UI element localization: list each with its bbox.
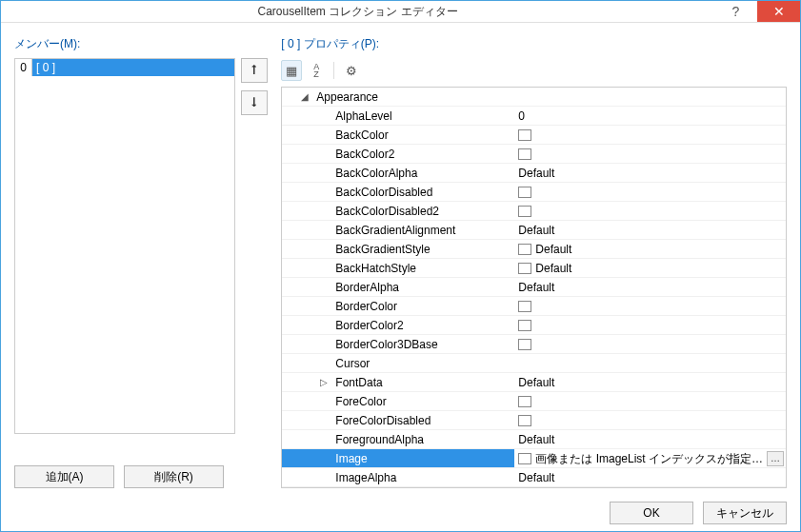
wrench-icon: ⚙	[346, 64, 357, 78]
property-row[interactable]: ForeColorDisabled	[282, 411, 786, 430]
property-row[interactable]: BorderAlphaDefault	[282, 278, 786, 297]
property-row[interactable]: BackColor	[282, 126, 786, 145]
property-value[interactable]	[514, 126, 786, 144]
property-row[interactable]: BackColorDisabled2	[282, 202, 786, 221]
category-row[interactable]: ◢Appearance	[282, 88, 786, 107]
ok-button[interactable]: OK	[610, 502, 693, 524]
property-row[interactable]: BackGradientStyleDefault	[282, 240, 786, 259]
property-value[interactable]	[514, 392, 786, 410]
collapse-icon[interactable]: ◢	[282, 88, 312, 106]
property-value[interactable]: 0	[514, 107, 786, 125]
property-name: BackColor	[331, 126, 514, 144]
property-row[interactable]: ▷FontDataDefault	[282, 373, 786, 392]
property-value[interactable]: Default	[514, 164, 786, 182]
ellipsis-button[interactable]: …	[767, 451, 784, 466]
property-value[interactable]	[514, 354, 786, 372]
property-value[interactable]: 画像または ImageList インデックスが指定……	[514, 449, 786, 467]
property-value[interactable]	[514, 316, 786, 334]
property-row[interactable]: ImageAlphaDefault	[282, 468, 786, 487]
categorized-view-button[interactable]: ▦	[281, 60, 302, 81]
property-name: Image	[331, 449, 514, 467]
color-swatch	[518, 263, 531, 274]
property-value-text: Default	[518, 468, 554, 486]
property-row[interactable]: AlphaLevel0	[282, 107, 786, 126]
window-title: CarouselItem コレクション エディター	[1, 4, 714, 20]
property-name: ForegroundAlpha	[331, 430, 514, 448]
alphabetical-view-button[interactable]: AZ	[306, 60, 327, 81]
property-value[interactable]: Default	[514, 430, 786, 448]
move-down-button[interactable]: 🠗	[241, 90, 268, 115]
expand-cell	[282, 221, 331, 239]
property-grid[interactable]: ◢AppearanceAlphaLevel0BackColorBackColor…	[282, 88, 786, 487]
property-toolbar: ▦ AZ ⚙	[281, 58, 787, 83]
move-buttons: 🠕 🠗	[241, 58, 270, 452]
property-value[interactable]: Default	[514, 278, 786, 296]
property-value[interactable]: Default	[514, 221, 786, 239]
close-button[interactable]: ✕	[757, 1, 800, 22]
property-row[interactable]: ForeColor	[282, 392, 786, 411]
property-name: BackHatchStyle	[331, 259, 514, 277]
expand-icon: ▷	[320, 375, 327, 390]
member-item[interactable]: 0 [ 0 ]	[15, 59, 234, 76]
property-value[interactable]	[514, 202, 786, 220]
expand-cell	[282, 145, 331, 163]
property-row[interactable]: BorderColor3DBase	[282, 335, 786, 354]
property-value[interactable]: Default	[514, 240, 786, 258]
property-row[interactable]: BackHatchStyleDefault	[282, 259, 786, 278]
arrow-up-icon: 🠕	[249, 64, 260, 77]
body: メンバー(M): 0 [ 0 ] 🠕 🠗 追加(A) 削除(R)	[1, 23, 800, 492]
property-value[interactable]: Default	[514, 468, 786, 486]
property-row[interactable]: BackColorAlphaDefault	[282, 164, 786, 183]
color-swatch	[518, 339, 531, 350]
expand-cell	[282, 430, 331, 448]
remove-button[interactable]: 削除(R)	[124, 465, 224, 488]
color-swatch	[518, 206, 531, 217]
property-value[interactable]: Default	[514, 259, 786, 277]
property-value-text: Default	[535, 259, 571, 277]
color-swatch	[518, 453, 531, 464]
move-up-button[interactable]: 🠕	[241, 58, 268, 83]
property-value[interactable]	[514, 297, 786, 315]
expand-cell	[282, 316, 331, 334]
left-buttons: 追加(A) 削除(R)	[14, 465, 270, 488]
property-name: BackGradientStyle	[331, 240, 514, 258]
expand-cell	[282, 183, 331, 201]
property-name: BorderAlpha	[331, 278, 514, 296]
property-row[interactable]: BorderColor2	[282, 316, 786, 335]
arrow-down-icon: 🠗	[249, 96, 260, 109]
property-row[interactable]: BackColor2	[282, 145, 786, 164]
property-name: BackColor2	[331, 145, 514, 163]
property-value[interactable]	[514, 411, 786, 429]
property-value[interactable]	[514, 335, 786, 353]
help-button[interactable]: ?	[714, 1, 757, 22]
property-value[interactable]	[514, 145, 786, 163]
property-value[interactable]	[514, 183, 786, 201]
expand-cell	[282, 259, 331, 277]
expand-cell	[282, 240, 331, 258]
property-pages-button[interactable]: ⚙	[341, 60, 362, 81]
property-row[interactable]: Cursor	[282, 354, 786, 373]
sort-az-icon: AZ	[313, 63, 319, 78]
color-swatch	[518, 320, 531, 331]
property-value-text: Default	[518, 278, 554, 296]
categorized-icon: ▦	[286, 64, 297, 78]
property-value[interactable]: Default	[514, 373, 786, 391]
property-row[interactable]: ForegroundAlphaDefault	[282, 430, 786, 449]
property-row[interactable]: BackColorDisabled	[282, 183, 786, 202]
property-name: ForeColor	[331, 392, 514, 410]
property-name: FontData	[331, 373, 514, 391]
cancel-button[interactable]: キャンセル	[703, 502, 787, 524]
expand-cell	[282, 392, 331, 410]
property-name: BorderColor	[331, 297, 514, 315]
members-row: 0 [ 0 ] 🠕 🠗	[14, 58, 270, 452]
expand-cell[interactable]: ▷	[282, 373, 331, 391]
property-row[interactable]: Image画像または ImageList インデックスが指定……	[282, 449, 786, 468]
property-row[interactable]: BorderColor	[282, 297, 786, 316]
property-row[interactable]: BackGradientAlignmentDefault	[282, 221, 786, 240]
expand-cell	[282, 354, 331, 372]
members-list[interactable]: 0 [ 0 ]	[14, 58, 235, 434]
add-button[interactable]: 追加(A)	[14, 465, 114, 488]
color-swatch	[518, 187, 531, 198]
member-label: [ 0 ]	[32, 59, 234, 76]
color-swatch	[518, 301, 531, 312]
